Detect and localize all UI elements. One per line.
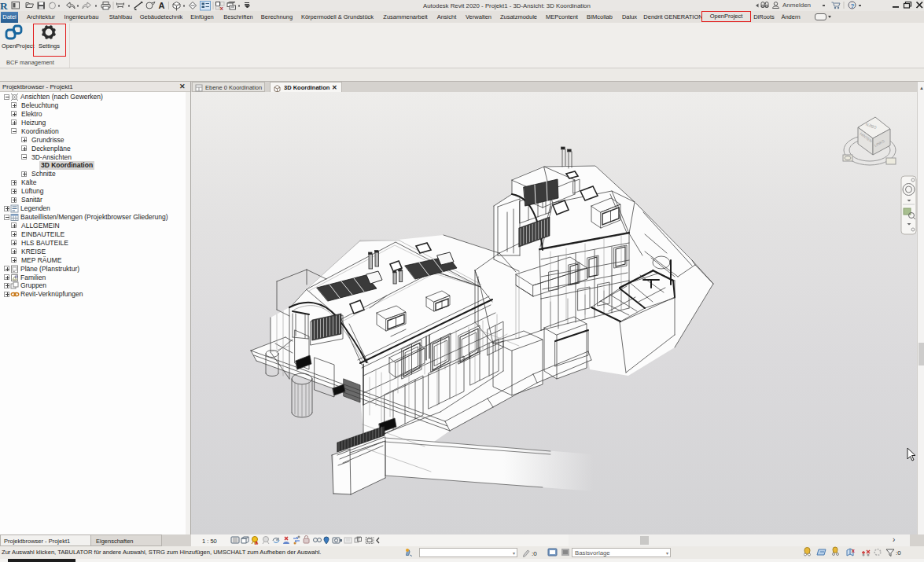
svg-text:?: ? — [851, 2, 855, 9]
svg-text:x: x — [255, 540, 258, 545]
svg-text::0: :0 — [896, 549, 901, 556]
svg-text:Anmelden: Anmelden — [782, 2, 811, 9]
svg-text:x: x — [852, 548, 855, 553]
svg-text::0: :0 — [532, 550, 537, 557]
